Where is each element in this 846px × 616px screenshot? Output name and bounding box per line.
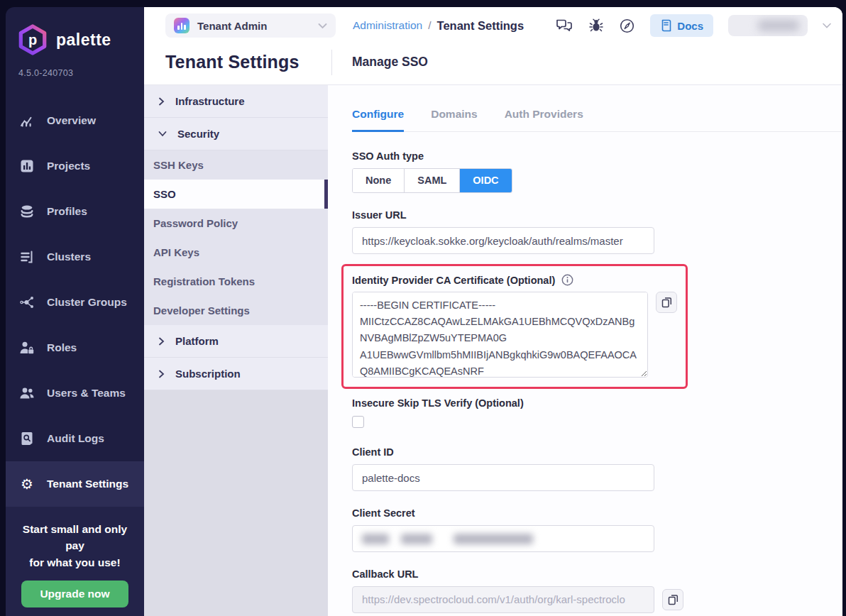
compass-help-icon[interactable]	[619, 18, 635, 34]
sidebar-item-label: Projects	[47, 160, 90, 172]
tenant-admin-icon	[174, 18, 189, 33]
sidebar-item-clusters[interactable]: Clusters	[6, 234, 144, 280]
menu-group-label: Security	[177, 128, 219, 140]
sidebar-item-label: Cluster Groups	[47, 296, 127, 309]
menu-group-infrastructure[interactable]: Infrastructure	[144, 85, 328, 118]
palette-hexagon-logo-icon: p	[18, 24, 48, 55]
info-icon[interactable]	[561, 274, 573, 286]
client-secret-input[interactable]	[352, 525, 654, 552]
docs-button-label: Docs	[677, 20, 703, 32]
redacted-username	[758, 20, 799, 31]
chevron-right-icon	[158, 97, 165, 106]
auth-type-saml-button[interactable]: SAML	[405, 169, 460, 192]
copy-icon	[661, 297, 672, 308]
sidebar-item-audit-logs[interactable]: Audit Logs	[6, 416, 144, 461]
redacted-secret-segment	[362, 534, 389, 544]
menu-group-security[interactable]: Security	[144, 118, 328, 150]
upgrade-message: Start small and only pay for what you us…	[16, 521, 134, 571]
tab-bar: Configure Domains Auth Providers	[352, 108, 842, 132]
breadcrumb-current: Tenant Settings	[437, 19, 524, 33]
menu-item-ssh-keys[interactable]: SSH Keys	[144, 150, 328, 180]
sso-auth-type-label: SSO Auth type	[352, 150, 842, 162]
sidebar-item-label: Overview	[47, 114, 96, 127]
menu-group-platform[interactable]: Platform	[144, 325, 328, 358]
roles-user-lock-icon	[19, 341, 35, 355]
redacted-secret-segment	[454, 534, 533, 544]
copy-callback-url-button[interactable]	[662, 589, 683, 610]
docs-button[interactable]: Docs	[650, 14, 713, 37]
client-id-input[interactable]	[352, 464, 654, 491]
page-title: Tenant Settings	[165, 52, 300, 72]
users-teams-icon	[19, 386, 35, 400]
chevron-right-icon	[158, 337, 165, 346]
auth-type-none-button[interactable]: None	[353, 169, 405, 192]
tab-domains[interactable]: Domains	[431, 108, 477, 132]
header-divider	[331, 50, 332, 75]
svg-text:p: p	[28, 32, 37, 48]
menu-group-label: Platform	[175, 335, 219, 347]
breadcrumb: Administration / Tenant Settings	[353, 19, 524, 33]
sidebar: p palette 4.5.0-240703 Overview Projects	[6, 7, 144, 616]
user-menu-chevron-down-icon[interactable]	[823, 23, 831, 28]
cluster-groups-nodes-icon	[19, 295, 35, 309]
sidebar-item-cluster-groups[interactable]: Cluster Groups	[6, 280, 144, 325]
app-window: p palette 4.5.0-240703 Overview Projects	[6, 7, 842, 616]
menu-item-developer-settings[interactable]: Developer Settings	[144, 296, 328, 325]
breadcrumb-administration-link[interactable]: Administration	[353, 19, 422, 32]
issuer-url-input[interactable]	[352, 227, 654, 254]
profiles-layers-icon	[19, 204, 35, 219]
main-area: Tenant Admin Administration / Tenant Set…	[144, 7, 842, 616]
skip-tls-checkbox[interactable]	[352, 416, 364, 428]
menu-item-password-policy[interactable]: Password Policy	[144, 209, 328, 238]
sidebar-item-projects[interactable]: Projects	[6, 143, 144, 189]
callback-url-input: https://dev.spectrocloud.com/v1/auth/org…	[352, 586, 654, 613]
sidebar-item-overview[interactable]: Overview	[6, 98, 144, 143]
sidebar-item-label: Clusters	[47, 251, 91, 263]
copy-certificate-button[interactable]	[656, 292, 677, 313]
client-id-label: Client ID	[352, 446, 842, 458]
sso-auth-type-toggle: None SAML OIDC	[352, 168, 512, 193]
report-bug-icon[interactable]	[588, 18, 604, 33]
menu-group-label: Subscription	[175, 368, 241, 380]
logo-wordmark: palette	[56, 31, 111, 50]
menu-filler	[144, 390, 328, 616]
skip-tls-label: Insecure Skip TLS Verify (Optional)	[352, 397, 842, 409]
menu-item-sso[interactable]: SSO	[144, 180, 328, 209]
feedback-chat-icon[interactable]	[555, 18, 573, 33]
projects-bar-chart-icon	[19, 159, 35, 173]
ca-certificate-textarea[interactable]: -----BEGIN CERTIFICATE----- MIICtzCCAZ8C…	[352, 292, 648, 378]
chevron-down-icon	[158, 131, 167, 137]
topbar: Tenant Admin Administration / Tenant Set…	[144, 7, 842, 40]
sidebar-item-label: Users & Teams	[47, 387, 126, 400]
upgrade-now-button[interactable]: Upgrade now	[21, 581, 128, 607]
sidebar-item-users-teams[interactable]: Users & Teams	[6, 370, 144, 416]
menu-group-subscription[interactable]: Subscription	[144, 358, 328, 390]
menu-item-api-keys[interactable]: API Keys	[144, 238, 328, 267]
audit-logs-icon	[19, 431, 35, 446]
redacted-secret-segment	[401, 534, 432, 544]
menu-group-label: Infrastructure	[175, 95, 245, 107]
menu-item-registration-tokens[interactable]: Registration Tokens	[144, 267, 328, 296]
sidebar-item-label: Tenant Settings	[47, 478, 128, 490]
gear-icon	[19, 477, 35, 491]
scope-selector[interactable]: Tenant Admin	[165, 13, 336, 38]
content: Infrastructure Security SSH Keys SSO Pas…	[144, 85, 842, 616]
clusters-list-icon	[19, 250, 35, 264]
topbar-actions: Docs	[555, 14, 831, 37]
sidebar-item-profiles[interactable]: Profiles	[6, 189, 144, 234]
chevron-down-icon	[318, 23, 327, 29]
user-menu[interactable]	[728, 15, 808, 36]
chevron-right-icon	[158, 370, 165, 378]
copy-icon	[668, 594, 679, 605]
tab-auth-providers[interactable]: Auth Providers	[505, 108, 583, 132]
sidebar-item-label: Roles	[47, 341, 77, 354]
annotation-highlight-box: Identity Provider CA Certificate (Option…	[341, 264, 688, 389]
sidebar-item-tenant-settings[interactable]: Tenant Settings	[6, 461, 144, 507]
tab-configure[interactable]: Configure	[352, 108, 404, 132]
issuer-url-label: Issuer URL	[352, 209, 842, 221]
auth-type-oidc-button[interactable]: OIDC	[460, 169, 511, 192]
book-icon	[660, 19, 671, 32]
sidebar-item-roles[interactable]: Roles	[6, 325, 144, 370]
settings-menu: Infrastructure Security SSH Keys SSO Pas…	[144, 85, 328, 616]
client-secret-label: Client Secret	[352, 507, 842, 519]
